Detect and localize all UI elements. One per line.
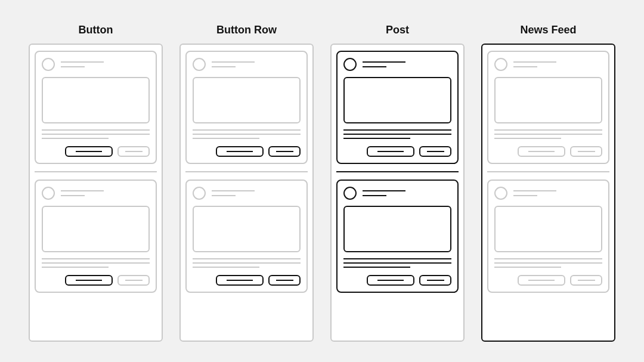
feed-divider — [336, 171, 459, 172]
post-body — [343, 129, 451, 139]
feed-divider — [487, 171, 609, 172]
post-header — [494, 58, 602, 71]
post-media — [42, 206, 150, 252]
author-text — [513, 190, 556, 196]
button-row — [343, 275, 451, 286]
avatar-icon — [343, 187, 357, 200]
secondary-button[interactable] — [570, 275, 602, 286]
secondary-button[interactable] — [117, 146, 150, 157]
post-header — [42, 58, 150, 71]
post-media — [494, 206, 602, 252]
button-row — [42, 146, 150, 157]
secondary-button[interactable] — [419, 275, 451, 286]
avatar-icon — [42, 58, 55, 71]
post-header — [494, 187, 602, 200]
primary-button[interactable] — [518, 146, 565, 157]
post-card — [336, 180, 459, 293]
primary-button[interactable] — [216, 146, 264, 157]
author-text — [212, 61, 255, 67]
post-media — [193, 77, 301, 123]
post-body — [343, 258, 451, 268]
primary-button[interactable] — [65, 275, 113, 286]
phone-frame — [179, 44, 314, 342]
post-media — [42, 77, 150, 123]
button-row — [343, 146, 451, 157]
secondary-button[interactable] — [117, 275, 150, 286]
feed-divider — [185, 171, 308, 172]
post-header — [343, 187, 451, 200]
primary-button[interactable] — [216, 275, 264, 286]
phone-frame — [29, 44, 163, 342]
post-card — [487, 51, 609, 164]
button-row — [42, 275, 150, 286]
column-news-feed: News Feed — [481, 24, 615, 342]
primary-button[interactable] — [367, 275, 414, 286]
secondary-button[interactable] — [268, 146, 301, 157]
author-text — [363, 190, 405, 196]
post-header — [42, 187, 150, 200]
avatar-icon — [193, 58, 206, 71]
post-card — [336, 51, 459, 164]
phone-frame — [330, 44, 465, 342]
secondary-button[interactable] — [419, 146, 451, 157]
column-title: Post — [386, 24, 409, 36]
post-media — [494, 77, 602, 123]
column-button-row: Button Row — [179, 24, 314, 342]
button-row — [494, 275, 602, 286]
feed-divider — [35, 171, 157, 172]
column-title: Button — [79, 24, 113, 36]
post-card — [185, 180, 308, 293]
author-text — [61, 190, 104, 196]
post-card — [487, 180, 609, 293]
primary-button[interactable] — [367, 146, 414, 157]
post-header — [343, 58, 451, 71]
author-text — [363, 61, 405, 67]
button-row — [494, 146, 602, 157]
author-text — [513, 61, 556, 67]
secondary-button[interactable] — [268, 275, 301, 286]
post-header — [193, 187, 301, 200]
avatar-icon — [193, 187, 206, 200]
primary-button[interactable] — [518, 275, 565, 286]
post-header — [193, 58, 301, 71]
post-card — [35, 51, 157, 164]
column-title: News Feed — [520, 24, 576, 36]
primary-button[interactable] — [65, 146, 113, 157]
avatar-icon — [42, 187, 55, 200]
author-text — [212, 190, 255, 196]
post-card — [35, 180, 157, 293]
diagram-stage: Button — [0, 0, 644, 342]
post-body — [193, 129, 301, 139]
avatar-icon — [494, 187, 507, 200]
post-body — [42, 258, 150, 268]
post-body — [494, 258, 602, 268]
post-body — [42, 129, 150, 139]
post-body — [494, 129, 602, 139]
phone-frame — [481, 44, 615, 342]
column-post: Post — [330, 24, 465, 342]
post-body — [193, 258, 301, 268]
post-media — [193, 206, 301, 252]
avatar-icon — [343, 58, 357, 71]
button-row — [193, 146, 301, 157]
post-card — [185, 51, 308, 164]
post-media — [343, 77, 451, 123]
button-row — [193, 275, 301, 286]
secondary-button[interactable] — [570, 146, 602, 157]
avatar-icon — [494, 58, 507, 71]
post-media — [343, 206, 451, 252]
column-button: Button — [29, 24, 163, 342]
author-text — [61, 61, 104, 67]
column-title: Button Row — [216, 24, 277, 36]
